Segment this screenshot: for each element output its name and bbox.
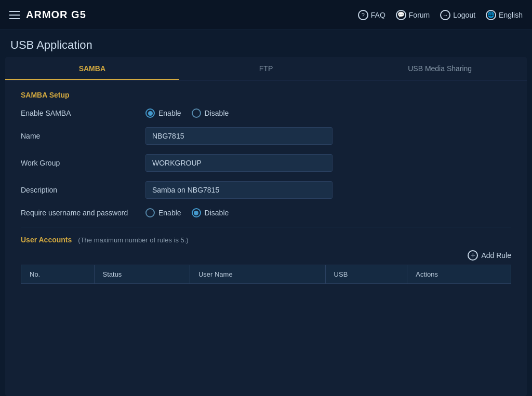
enable-samba-control: Enable Disable bbox=[145, 108, 229, 118]
col-usb: USB bbox=[325, 265, 407, 284]
topbar-right: ? FAQ 💬 Forum → Logout 🌐 English bbox=[358, 10, 523, 20]
require-auth-control: Enable Disable bbox=[145, 208, 229, 217]
faq-link[interactable]: ? FAQ bbox=[358, 10, 385, 20]
workgroup-input[interactable] bbox=[145, 154, 332, 172]
require-auth-enable-option[interactable]: Enable bbox=[145, 208, 181, 217]
samba-form: SAMBA Setup Enable SAMBA Enable Disable … bbox=[5, 80, 527, 294]
name-row: Name bbox=[21, 127, 511, 145]
forum-icon: 💬 bbox=[396, 10, 406, 20]
workgroup-control bbox=[145, 154, 332, 172]
samba-section-title: SAMBA Setup bbox=[21, 91, 511, 99]
faq-icon: ? bbox=[358, 10, 368, 20]
brand-title: ARMOR G5 bbox=[26, 9, 86, 21]
user-accounts-label: User Accounts bbox=[21, 236, 72, 244]
add-rule-button[interactable]: + Add Rule bbox=[468, 250, 511, 261]
hamburger-menu[interactable] bbox=[9, 11, 20, 19]
logout-link[interactable]: → Logout bbox=[440, 10, 475, 20]
require-auth-label: Require username and password bbox=[21, 209, 145, 217]
page-header: USB Application bbox=[0, 30, 532, 57]
tab-bar: SAMBA FTP USB Media Sharing bbox=[5, 57, 527, 80]
topbar: ARMOR G5 ? FAQ 💬 Forum → Logout 🌐 Englis… bbox=[0, 0, 532, 30]
enable-samba-row: Enable SAMBA Enable Disable bbox=[21, 108, 511, 118]
enable-samba-enable-option[interactable]: Enable bbox=[145, 108, 181, 118]
require-auth-disable-option[interactable]: Disable bbox=[192, 208, 229, 217]
language-link[interactable]: 🌐 English bbox=[486, 10, 523, 20]
language-icon: 🌐 bbox=[486, 10, 496, 20]
name-label: Name bbox=[21, 132, 145, 140]
forum-link[interactable]: 💬 Forum bbox=[396, 10, 430, 20]
tab-samba[interactable]: SAMBA bbox=[5, 57, 179, 80]
add-rule-row: + Add Rule bbox=[21, 250, 511, 261]
enable-samba-disable-option[interactable]: Disable bbox=[192, 108, 229, 118]
tab-usb-media-sharing[interactable]: USB Media Sharing bbox=[353, 57, 527, 80]
col-status: Status bbox=[94, 265, 190, 284]
user-accounts-note: (The maximum number of rules is 5.) bbox=[78, 236, 188, 244]
enable-samba-enable-radio[interactable] bbox=[145, 108, 155, 118]
require-auth-disable-radio[interactable] bbox=[192, 208, 201, 217]
require-auth-enable-radio[interactable] bbox=[145, 208, 155, 217]
page-title: USB Application bbox=[10, 38, 522, 52]
enable-samba-disable-radio[interactable] bbox=[192, 108, 201, 118]
tab-ftp[interactable]: FTP bbox=[179, 57, 353, 80]
user-accounts-table: No. Status User Name USB Actions bbox=[21, 265, 511, 284]
name-control bbox=[145, 127, 332, 145]
enable-samba-label: Enable SAMBA bbox=[21, 109, 145, 117]
description-row: Description bbox=[21, 181, 511, 199]
col-username: User Name bbox=[190, 265, 325, 284]
content-area: SAMBA FTP USB Media Sharing SAMBA Setup … bbox=[5, 57, 527, 396]
user-accounts-header: User Accounts (The maximum number of rul… bbox=[21, 236, 511, 244]
topbar-left: ARMOR G5 bbox=[9, 9, 86, 21]
logout-icon: → bbox=[440, 10, 450, 20]
table-header-row: No. Status User Name USB Actions bbox=[21, 265, 511, 284]
description-input[interactable] bbox=[145, 181, 332, 199]
name-input[interactable] bbox=[145, 127, 332, 145]
description-label: Description bbox=[21, 186, 145, 194]
description-control bbox=[145, 181, 332, 199]
workgroup-label: Work Group bbox=[21, 159, 145, 167]
divider bbox=[21, 227, 511, 227]
workgroup-row: Work Group bbox=[21, 154, 511, 172]
col-no: No. bbox=[21, 265, 95, 284]
require-auth-row: Require username and password Enable Dis… bbox=[21, 208, 511, 217]
col-actions: Actions bbox=[407, 265, 511, 284]
add-rule-icon: + bbox=[468, 250, 478, 261]
